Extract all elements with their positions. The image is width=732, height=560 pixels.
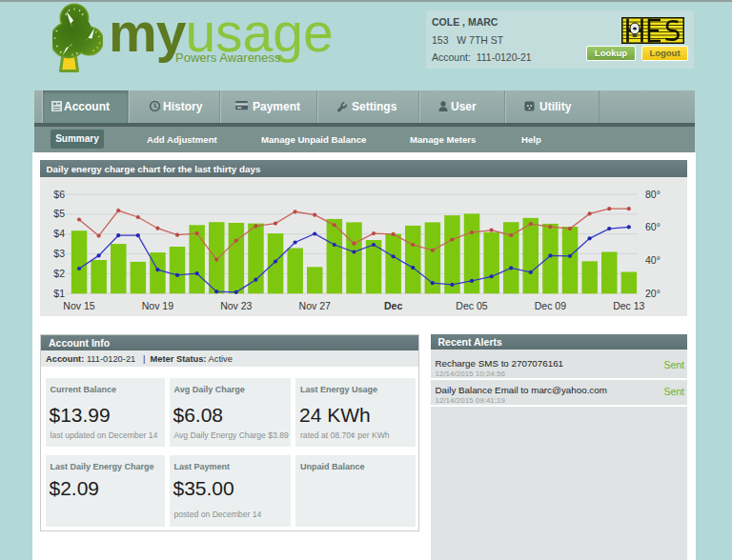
svg-text:$2: $2 [53, 268, 65, 279]
svg-text:40°: 40° [645, 254, 661, 266]
svg-text:$4: $4 [53, 228, 65, 239]
svg-text:Dec 13: Dec 13 [613, 300, 644, 311]
svg-text:Dec 09: Dec 09 [535, 300, 566, 311]
svg-text:$5: $5 [53, 208, 65, 219]
svg-text:80°: 80° [645, 189, 661, 200]
svg-text:Dec 05: Dec 05 [456, 300, 487, 311]
svg-text:$3: $3 [53, 248, 65, 259]
svg-text:Nov 23: Nov 23 [220, 300, 252, 311]
svg-text:Nov 15: Nov 15 [63, 300, 94, 311]
svg-text:Nov 27: Nov 27 [299, 300, 331, 311]
svg-text:20°: 20° [645, 288, 661, 299]
svg-text:$6: $6 [53, 189, 65, 200]
svg-text:$1: $1 [53, 288, 65, 299]
svg-text:Dec: Dec [384, 300, 402, 311]
svg-text:Nov 19: Nov 19 [142, 300, 173, 311]
svg-text:60°: 60° [645, 221, 661, 232]
